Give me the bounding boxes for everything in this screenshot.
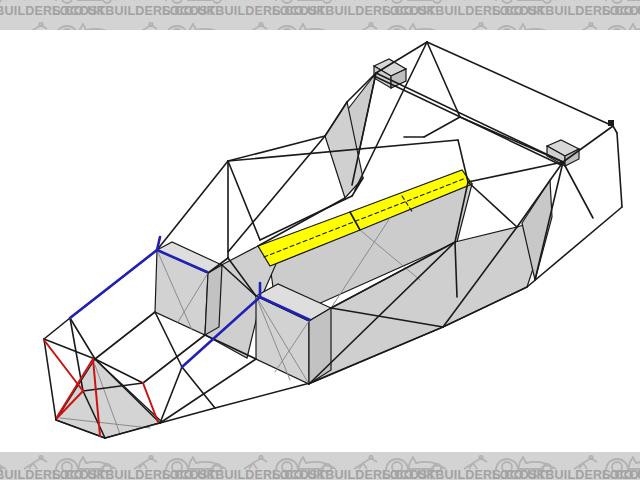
builder-figure-icon	[463, 0, 489, 2]
builder-figure-icon	[573, 0, 599, 2]
watermark-text: LOCOSTBUILDERS.CO.UK	[602, 468, 640, 480]
car-icon	[0, 20, 7, 30]
chassis-cad-drawing	[0, 0, 640, 480]
builder-figure-icon	[463, 22, 489, 30]
builder-figure-icon	[133, 22, 159, 30]
car-icon	[55, 20, 117, 30]
car-icon	[275, 20, 337, 30]
builder-figure-icon	[23, 22, 49, 30]
watermark-text: LOCOSTBUILDERS.CO.UK	[602, 4, 640, 18]
watermark-banner-top: LOCOSTBUILDERS.CO.UKLOCOSTBUILDERS.CO.UK…	[0, 0, 640, 30]
car-icon	[605, 20, 640, 30]
car-icon	[385, 20, 447, 30]
builder-figure-icon	[573, 22, 599, 30]
car-icon	[495, 20, 557, 30]
watermark-car-row	[0, 20, 640, 30]
builder-figure-icon	[23, 0, 49, 2]
watermark-banner-bottom: LOCOSTBUILDERS.CO.UKLOCOSTBUILDERS.CO.UK…	[0, 452, 640, 480]
watermark-text-row: LOCOSTBUILDERS.CO.UKLOCOSTBUILDERS.CO.UK…	[0, 468, 640, 480]
builder-figure-icon	[353, 22, 379, 30]
left-footwell-side	[205, 265, 222, 335]
node-marker	[608, 120, 614, 126]
car-icon	[165, 20, 227, 30]
builder-figure-icon	[243, 0, 269, 2]
builder-figure-icon	[353, 0, 379, 2]
builder-figure-icon	[243, 22, 269, 30]
builder-figure-icon	[133, 0, 159, 2]
locostbuilders-watermarked-chassis-image: LOCOSTBUILDERS.CO.UKLOCOSTBUILDERS.CO.UK…	[0, 0, 640, 480]
